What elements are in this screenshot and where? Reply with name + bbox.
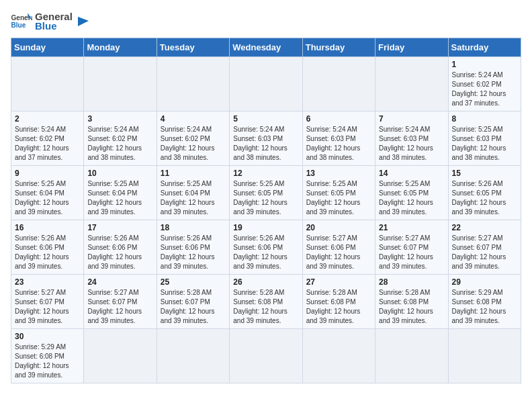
- day-info: Sunrise: 5:26 AM Sunset: 6:06 PM Dayligh…: [15, 234, 80, 271]
- day-info: Sunrise: 5:26 AM Sunset: 6:06 PM Dayligh…: [87, 234, 152, 271]
- day-info: Sunrise: 5:24 AM Sunset: 6:02 PM Dayligh…: [161, 125, 226, 163]
- day-info: Sunrise: 5:26 AM Sunset: 6:05 PM Dayligh…: [452, 179, 517, 217]
- svg-text:Blue: Blue: [11, 21, 26, 29]
- day-number: 29: [452, 277, 517, 287]
- day-number: 21: [379, 223, 444, 232]
- day-number: 27: [306, 277, 371, 287]
- calendar-cell: 26Sunrise: 5:28 AM Sunset: 6:08 PM Dayli…: [230, 275, 302, 329]
- day-info: Sunrise: 5:25 AM Sunset: 6:04 PM Dayligh…: [15, 179, 80, 217]
- column-header-tuesday: Tuesday: [157, 38, 229, 57]
- day-info: Sunrise: 5:25 AM Sunset: 6:05 PM Dayligh…: [379, 179, 444, 217]
- day-number: 23: [15, 277, 80, 287]
- calendar-cell: 15Sunrise: 5:26 AM Sunset: 6:05 PM Dayli…: [448, 166, 521, 220]
- calendar-cell: [375, 329, 448, 383]
- day-number: 2: [15, 114, 80, 124]
- calendar-cell: [11, 57, 84, 111]
- calendar-cell: 30Sunrise: 5:29 AM Sunset: 6:08 PM Dayli…: [11, 329, 84, 383]
- column-header-saturday: Saturday: [448, 38, 521, 57]
- calendar-cell: [230, 329, 302, 383]
- calendar-cell: 20Sunrise: 5:27 AM Sunset: 6:06 PM Dayli…: [302, 220, 375, 275]
- day-info: Sunrise: 5:25 AM Sunset: 6:05 PM Dayligh…: [306, 179, 371, 217]
- day-number: 6: [306, 114, 371, 124]
- calendar-week-row: 23Sunrise: 5:27 AM Sunset: 6:07 PM Dayli…: [11, 275, 521, 329]
- day-number: 20: [306, 223, 371, 232]
- day-number: 18: [161, 223, 226, 232]
- calendar-cell: 8Sunrise: 5:25 AM Sunset: 6:03 PM Daylig…: [448, 111, 521, 166]
- calendar-cell: 19Sunrise: 5:26 AM Sunset: 6:06 PM Dayli…: [230, 220, 302, 275]
- calendar-cell: 27Sunrise: 5:28 AM Sunset: 6:08 PM Dayli…: [302, 275, 375, 329]
- calendar-week-row: 1Sunrise: 5:24 AM Sunset: 6:02 PM Daylig…: [11, 57, 521, 111]
- day-number: 26: [233, 277, 298, 287]
- calendar-cell: [157, 329, 229, 383]
- column-header-friday: Friday: [375, 38, 448, 57]
- day-info: Sunrise: 5:25 AM Sunset: 6:05 PM Dayligh…: [233, 179, 298, 217]
- calendar-cell: 6Sunrise: 5:24 AM Sunset: 6:03 PM Daylig…: [302, 111, 375, 166]
- calendar-cell: 7Sunrise: 5:24 AM Sunset: 6:03 PM Daylig…: [375, 111, 448, 166]
- day-number: 25: [161, 277, 226, 287]
- calendar-cell: [302, 329, 375, 383]
- day-number: 30: [15, 332, 80, 341]
- day-number: 4: [161, 114, 226, 124]
- day-info: Sunrise: 5:27 AM Sunset: 6:06 PM Dayligh…: [306, 234, 371, 271]
- day-number: 3: [87, 114, 152, 124]
- day-info: Sunrise: 5:29 AM Sunset: 6:08 PM Dayligh…: [15, 342, 80, 380]
- logo: General Blue General Blue: [11, 11, 90, 32]
- day-info: Sunrise: 5:28 AM Sunset: 6:08 PM Dayligh…: [306, 288, 371, 326]
- day-number: 11: [161, 169, 226, 178]
- calendar-week-row: 9Sunrise: 5:25 AM Sunset: 6:04 PM Daylig…: [11, 166, 521, 220]
- calendar-cell: 11Sunrise: 5:25 AM Sunset: 6:04 PM Dayli…: [157, 166, 229, 220]
- day-info: Sunrise: 5:24 AM Sunset: 6:02 PM Dayligh…: [452, 71, 517, 108]
- calendar-cell: [375, 57, 448, 111]
- calendar-cell: 25Sunrise: 5:28 AM Sunset: 6:07 PM Dayli…: [157, 275, 229, 329]
- day-info: Sunrise: 5:24 AM Sunset: 6:02 PM Dayligh…: [15, 125, 80, 163]
- day-info: Sunrise: 5:28 AM Sunset: 6:08 PM Dayligh…: [379, 288, 444, 326]
- day-info: Sunrise: 5:25 AM Sunset: 6:04 PM Dayligh…: [161, 179, 226, 217]
- calendar-cell: 12Sunrise: 5:25 AM Sunset: 6:05 PM Dayli…: [230, 166, 302, 220]
- day-info: Sunrise: 5:25 AM Sunset: 6:04 PM Dayligh…: [87, 179, 152, 217]
- day-number: 19: [233, 223, 298, 232]
- calendar-cell: 23Sunrise: 5:27 AM Sunset: 6:07 PM Dayli…: [11, 275, 84, 329]
- calendar-week-row: 30Sunrise: 5:29 AM Sunset: 6:08 PM Dayli…: [11, 329, 521, 383]
- calendar-cell: 14Sunrise: 5:25 AM Sunset: 6:05 PM Dayli…: [375, 166, 448, 220]
- day-info: Sunrise: 5:27 AM Sunset: 6:07 PM Dayligh…: [87, 288, 152, 326]
- day-number: 13: [306, 169, 371, 178]
- day-number: 14: [379, 169, 444, 178]
- day-info: Sunrise: 5:28 AM Sunset: 6:07 PM Dayligh…: [161, 288, 226, 326]
- calendar-cell: 28Sunrise: 5:28 AM Sunset: 6:08 PM Dayli…: [375, 275, 448, 329]
- calendar-cell: 2Sunrise: 5:24 AM Sunset: 6:02 PM Daylig…: [11, 111, 84, 166]
- calendar-cell: 21Sunrise: 5:27 AM Sunset: 6:07 PM Dayli…: [375, 220, 448, 275]
- calendar-cell: [302, 57, 375, 111]
- calendar-cell: [230, 57, 302, 111]
- day-number: 17: [87, 223, 152, 232]
- column-header-wednesday: Wednesday: [230, 38, 302, 57]
- calendar-cell: 5Sunrise: 5:24 AM Sunset: 6:03 PM Daylig…: [230, 111, 302, 166]
- day-info: Sunrise: 5:24 AM Sunset: 6:02 PM Dayligh…: [87, 125, 152, 163]
- day-number: 9: [15, 169, 80, 178]
- calendar-cell: 16Sunrise: 5:26 AM Sunset: 6:06 PM Dayli…: [11, 220, 84, 275]
- svg-marker-3: [78, 17, 89, 26]
- calendar-cell: 1Sunrise: 5:24 AM Sunset: 6:02 PM Daylig…: [448, 57, 521, 111]
- column-header-sunday: Sunday: [11, 38, 84, 57]
- day-number: 8: [452, 114, 517, 124]
- calendar-header-row: SundayMondayTuesdayWednesdayThursdayFrid…: [11, 38, 521, 57]
- day-number: 12: [233, 169, 298, 178]
- logo-svg: General Blue: [11, 12, 32, 31]
- day-number: 10: [87, 169, 152, 178]
- calendar-cell: 17Sunrise: 5:26 AM Sunset: 6:06 PM Dayli…: [84, 220, 157, 275]
- calendar-week-row: 2Sunrise: 5:24 AM Sunset: 6:02 PM Daylig…: [11, 111, 521, 166]
- day-info: Sunrise: 5:26 AM Sunset: 6:06 PM Dayligh…: [233, 234, 298, 271]
- day-number: 22: [452, 223, 517, 232]
- calendar-cell: 22Sunrise: 5:27 AM Sunset: 6:07 PM Dayli…: [448, 220, 521, 275]
- calendar-cell: 18Sunrise: 5:26 AM Sunset: 6:06 PM Dayli…: [157, 220, 229, 275]
- calendar-cell: 4Sunrise: 5:24 AM Sunset: 6:02 PM Daylig…: [157, 111, 229, 166]
- calendar-cell: [448, 329, 521, 383]
- calendar-cell: 24Sunrise: 5:27 AM Sunset: 6:07 PM Dayli…: [84, 275, 157, 329]
- day-info: Sunrise: 5:24 AM Sunset: 6:03 PM Dayligh…: [379, 125, 444, 163]
- day-info: Sunrise: 5:28 AM Sunset: 6:08 PM Dayligh…: [233, 288, 298, 326]
- calendar-cell: 9Sunrise: 5:25 AM Sunset: 6:04 PM Daylig…: [11, 166, 84, 220]
- day-info: Sunrise: 5:27 AM Sunset: 6:07 PM Dayligh…: [379, 234, 444, 271]
- day-info: Sunrise: 5:27 AM Sunset: 6:07 PM Dayligh…: [452, 234, 517, 271]
- calendar-cell: [157, 57, 229, 111]
- day-info: Sunrise: 5:27 AM Sunset: 6:07 PM Dayligh…: [15, 288, 80, 326]
- day-number: 1: [452, 60, 517, 69]
